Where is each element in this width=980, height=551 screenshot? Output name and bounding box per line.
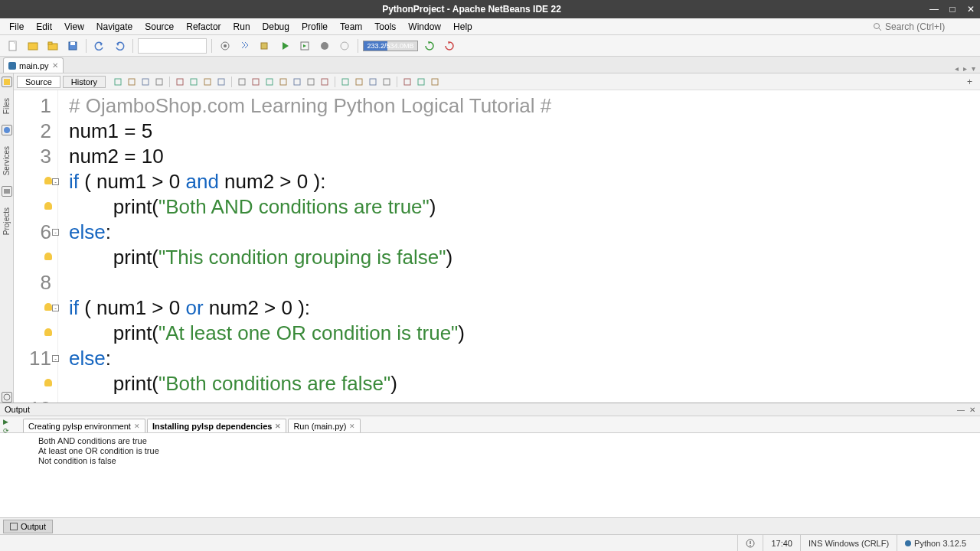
new-project-button[interactable] <box>24 37 41 54</box>
save-all-button[interactable] <box>64 37 81 54</box>
editor-tool-15[interactable] <box>340 77 351 87</box>
hint-bulb-icon[interactable] <box>44 328 52 336</box>
code-line[interactable]: num1 = 5 <box>69 119 975 144</box>
status-cursor[interactable]: 17:40 <box>763 535 800 551</box>
reload-red-button[interactable] <box>441 37 458 54</box>
editor-tool-1[interactable] <box>126 77 137 87</box>
menu-help[interactable]: Help <box>447 21 479 32</box>
fold-toggle[interactable]: - <box>52 229 59 236</box>
search-input[interactable] <box>885 21 977 32</box>
editor-tool-13[interactable] <box>305 77 316 87</box>
editor-tool-19[interactable] <box>402 77 413 87</box>
undo-button[interactable] <box>91 37 108 54</box>
editor-tool-10[interactable] <box>264 77 275 87</box>
fold-toggle[interactable]: - <box>52 355 59 362</box>
bottom-tab-output[interactable]: Output <box>3 520 53 533</box>
editor-tool-17[interactable] <box>368 77 378 87</box>
editor-tool-14[interactable] <box>319 77 330 87</box>
editor-tool-2[interactable] <box>140 77 151 87</box>
menu-refactor[interactable]: Refactor <box>180 21 227 32</box>
minimize-button[interactable]: — <box>925 4 943 15</box>
sidebar-services-icon[interactable] <box>2 125 12 135</box>
sidebar-files[interactable]: Files <box>2 93 11 119</box>
open-button[interactable] <box>44 37 61 54</box>
editor-tool-7[interactable] <box>216 77 227 87</box>
fold-toggle[interactable]: - <box>52 178 59 185</box>
stop-button[interactable] <box>336 37 353 54</box>
close-window-button[interactable]: ✕ <box>962 4 980 15</box>
menu-team[interactable]: Team <box>334 21 368 32</box>
run-project-button[interactable] <box>256 37 273 54</box>
editor-tool-4[interactable] <box>175 77 185 87</box>
editor-tool-8[interactable] <box>237 77 247 87</box>
output-run-icon[interactable]: ▶ <box>3 418 14 425</box>
notifications-icon[interactable] <box>737 535 763 551</box>
editor-tool-12[interactable] <box>292 77 302 87</box>
code-line[interactable] <box>69 270 975 295</box>
editor-split-button[interactable]: + <box>962 77 977 87</box>
output-tab-0[interactable]: Creating pylsp environment✕ <box>23 419 145 432</box>
menu-tools[interactable]: Tools <box>368 21 402 32</box>
editor-tool-3[interactable] <box>154 77 165 87</box>
tab-scroll-right[interactable]: ▸ <box>962 64 969 73</box>
editor-tool-6[interactable] <box>202 77 213 87</box>
sidebar-services[interactable]: Services <box>2 142 11 180</box>
memory-indicator[interactable]: 233.2/534.0MB <box>363 41 418 51</box>
output-tab-1[interactable]: Installing pylsp dependencies✕ <box>147 419 286 432</box>
editor-tool-11[interactable] <box>278 77 289 87</box>
clean-build-button[interactable] <box>237 37 253 54</box>
editor-tool-20[interactable] <box>416 77 426 87</box>
redo-button[interactable] <box>111 37 128 54</box>
sidebar-projects[interactable]: Projects <box>2 203 11 240</box>
status-encoding[interactable]: INS Windows (CRLF) <box>800 535 897 551</box>
code-line[interactable] <box>69 396 975 403</box>
menu-run[interactable]: Run <box>227 21 256 32</box>
menu-window[interactable]: Window <box>402 21 447 32</box>
menu-debug[interactable]: Debug <box>256 21 296 32</box>
output-rerun-icon[interactable]: ⟳ <box>3 427 14 435</box>
tab-list-dropdown[interactable]: ▾ <box>970 64 977 73</box>
code-line[interactable]: print("Both conditions are false") <box>69 371 975 396</box>
search-box[interactable] <box>873 21 977 32</box>
sidebar-navigator-icon[interactable] <box>2 392 12 403</box>
build-button[interactable] <box>217 37 234 54</box>
config-combo[interactable] <box>138 38 207 54</box>
code-line[interactable]: else: <box>69 346 975 371</box>
menu-edit[interactable]: Edit <box>30 21 58 32</box>
menu-file[interactable]: File <box>3 21 30 32</box>
menu-view[interactable]: View <box>58 21 90 32</box>
code-line[interactable]: # OjamboShop.com Learning Python Logical… <box>69 93 975 119</box>
tab-scroll-left[interactable]: ◂ <box>953 64 960 73</box>
output-close-icon[interactable]: ✕ <box>969 406 975 414</box>
close-output-tab[interactable]: ✕ <box>275 422 281 430</box>
hint-bulb-icon[interactable] <box>44 379 52 386</box>
editor-tool-16[interactable] <box>354 77 364 87</box>
code-content[interactable]: # OjamboShop.com Learning Python Logical… <box>58 90 980 403</box>
editor-tool-18[interactable] <box>381 77 392 87</box>
status-python[interactable]: Python 3.12.5 <box>897 535 974 551</box>
hint-bulb-icon[interactable] <box>44 303 52 311</box>
code-editor[interactable]: 123-6-8-11-13 # OjamboShop.com Learning … <box>14 90 980 403</box>
profile-button[interactable] <box>316 37 333 54</box>
run-button[interactable] <box>276 37 293 54</box>
source-tab[interactable]: Source <box>17 76 60 88</box>
code-line[interactable]: if ( num1 > 0 or num2 > 0 ): <box>69 295 975 321</box>
code-line[interactable]: num2 = 10 <box>69 144 975 169</box>
sidebar-projects-icon[interactable] <box>2 186 12 197</box>
editor-tool-21[interactable] <box>430 77 440 87</box>
fold-toggle[interactable]: - <box>52 305 59 311</box>
menu-source[interactable]: Source <box>139 21 180 32</box>
hint-bulb-icon[interactable] <box>44 253 52 260</box>
menu-navigate[interactable]: Navigate <box>90 21 139 32</box>
output-tab-2[interactable]: Run (main.py)✕ <box>288 419 361 432</box>
code-line[interactable]: print("At least one OR condition is true… <box>69 321 975 346</box>
editor-tool-9[interactable] <box>250 77 261 87</box>
close-tab-icon[interactable]: ✕ <box>52 61 58 70</box>
close-output-tab[interactable]: ✕ <box>134 422 140 430</box>
reload-button[interactable] <box>421 37 438 54</box>
history-tab[interactable]: History <box>63 76 106 88</box>
code-line[interactable]: print("Both AND conditions are true") <box>69 194 975 220</box>
code-line[interactable]: if ( num1 > 0 and num2 > 0 ): <box>69 169 975 194</box>
debug-button[interactable] <box>296 37 313 54</box>
hint-bulb-icon[interactable] <box>44 202 52 210</box>
